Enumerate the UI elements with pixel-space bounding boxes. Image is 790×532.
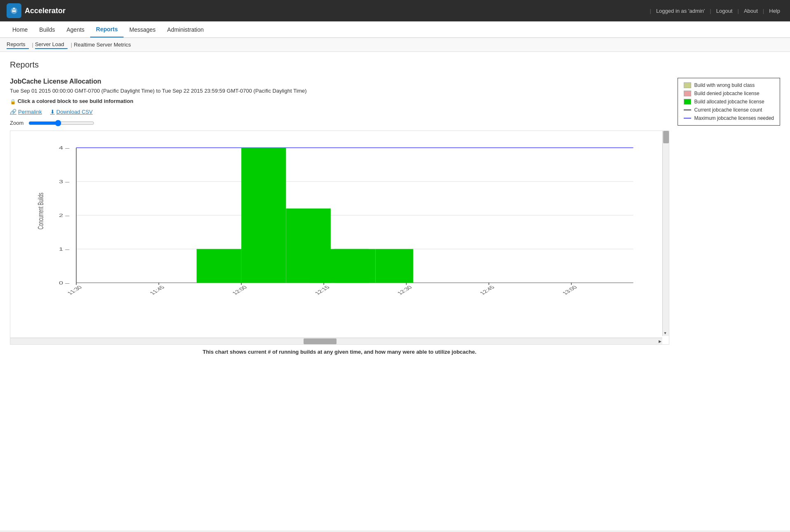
svg-text:13:00: 13:00 — [561, 285, 578, 296]
bar-6[interactable] — [334, 249, 375, 282]
nav-builds[interactable]: Builds — [33, 22, 61, 37]
download-csv-link[interactable]: ⬇ Download CSV — [50, 109, 93, 115]
legend-label-max: Maximum jobcache licenses needed — [694, 115, 774, 121]
top-right-nav: | Logged in as 'admin' | Logout | About … — [648, 8, 784, 14]
legend-box: Build with wrong build class Build denie… — [678, 78, 780, 126]
legend-label-denied: Build denied jobcache license — [694, 91, 760, 96]
legend-line-current — [684, 110, 691, 110]
chart-scroll-thumb-y[interactable] — [663, 131, 669, 143]
main-nav: Home Builds Agents Reports Messages Admi… — [0, 21, 790, 38]
chart-scrollbar-y[interactable]: ▼ — [662, 131, 669, 336]
logo-icon — [7, 3, 21, 18]
sep4: | — [763, 8, 764, 14]
legend-label-wrong: Build with wrong build class — [694, 82, 755, 88]
legend-item-current: Current jobcache license count — [684, 107, 774, 113]
logo-text: Accelerator — [25, 7, 65, 15]
legend-swatch-allocated — [684, 99, 691, 105]
lock-icon: 🔒 — [10, 99, 16, 105]
bar-1[interactable] — [196, 249, 241, 282]
chart-svg: Concurrent Builds 0 – 1 – 2 – 3 – — [35, 135, 654, 304]
svg-text:2 –: 2 – — [59, 212, 70, 218]
download-icon: ⬇ — [50, 109, 55, 115]
chart-inner: Concurrent Builds 0 – 1 – 2 – 3 – — [10, 131, 662, 329]
chart-scroll-thumb-x[interactable] — [304, 338, 337, 344]
svg-text:0 –: 0 – — [59, 280, 70, 285]
svg-text:12:30: 12:30 — [396, 285, 414, 296]
legend-item-max: Maximum jobcache licenses needed — [684, 115, 774, 121]
nav-reports[interactable]: Reports — [90, 22, 124, 37]
bc-sep1: | — [32, 42, 33, 48]
sep3: | — [737, 8, 739, 14]
nav-messages[interactable]: Messages — [124, 22, 161, 37]
breadcrumb-reports[interactable]: Reports — [7, 40, 29, 49]
sep2: | — [710, 8, 711, 14]
report-container: JobCache License Allocation Tue Sep 01 2… — [10, 78, 780, 355]
legend-swatch-wrong — [684, 82, 691, 88]
legend-item-allocated: Build allocated jobcache license — [684, 99, 774, 105]
bar-7[interactable] — [375, 249, 413, 282]
permalink-link[interactable]: 🔗 Permalink — [10, 109, 42, 115]
bc-sep2: | — [71, 42, 72, 48]
chart-footer-note: This chart shows current # of running bu… — [10, 349, 669, 355]
top-bar: Accelerator | Logged in as 'admin' | Log… — [0, 0, 790, 21]
legend-label-allocated: Build allocated jobcache license — [694, 99, 764, 105]
help-link[interactable]: Help — [766, 8, 783, 14]
report-main: JobCache License Allocation Tue Sep 01 2… — [10, 78, 669, 355]
chart-scrollbar-x[interactable]: ▶ — [10, 338, 662, 344]
svg-text:1 –: 1 – — [59, 246, 70, 252]
page-content: Reports JobCache License Allocation Tue … — [0, 52, 790, 530]
nav-agents[interactable]: Agents — [61, 22, 91, 37]
svg-text:4 –: 4 – — [59, 145, 70, 150]
breadcrumb-serverload[interactable]: Server Load — [35, 40, 68, 49]
logout-link[interactable]: Logout — [713, 8, 736, 14]
svg-text:Concurrent Builds: Concurrent Builds — [36, 192, 44, 229]
zoom-control: Zoom — [10, 120, 669, 126]
breadcrumb: Reports | Server Load | Realtime Server … — [0, 38, 790, 52]
svg-text:11:30: 11:30 — [65, 285, 83, 296]
report-date-range: Tue Sep 01 2015 00:00:00 GMT-0700 (Pacif… — [10, 88, 669, 94]
legend-swatch-denied — [684, 91, 691, 96]
chart-wrapper: ▼ ▶ Concurrent Builds 0 — [10, 131, 669, 345]
scroll-down-arrow[interactable]: ▼ — [664, 331, 667, 335]
report-hint: 🔒 Click a colored block to see build inf… — [10, 98, 669, 105]
legend-label-current: Current jobcache license count — [694, 107, 762, 113]
svg-text:12:00: 12:00 — [231, 285, 248, 296]
bar-2[interactable] — [241, 147, 286, 282]
nav-home[interactable]: Home — [7, 22, 33, 37]
svg-text:3 –: 3 – — [59, 179, 70, 184]
legend-line-max — [684, 118, 691, 119]
zoom-slider[interactable] — [28, 120, 94, 126]
logo-area: Accelerator — [7, 3, 65, 18]
legend-item-denied: Build denied jobcache license — [684, 91, 774, 96]
report-actions: 🔗 Permalink ⬇ Download CSV — [10, 109, 669, 115]
sep1: | — [650, 8, 651, 14]
nav-administration[interactable]: Administration — [161, 22, 210, 37]
page-title: Reports — [10, 60, 780, 70]
scroll-right-arrow[interactable]: ▶ — [659, 339, 661, 343]
svg-text:12:45: 12:45 — [478, 285, 496, 296]
logged-in-text: Logged in as 'admin' — [653, 8, 708, 14]
bar-5[interactable] — [310, 249, 331, 282]
svg-text:11:45: 11:45 — [148, 285, 166, 296]
report-title: JobCache License Allocation — [10, 78, 669, 85]
svg-text:12:15: 12:15 — [313, 285, 331, 296]
link-icon: 🔗 — [10, 109, 16, 115]
zoom-label: Zoom — [10, 120, 24, 126]
breadcrumb-current: Realtime Server Metrics — [74, 42, 131, 48]
about-link[interactable]: About — [741, 8, 761, 14]
legend-item-wrong-class: Build with wrong build class — [684, 82, 774, 88]
